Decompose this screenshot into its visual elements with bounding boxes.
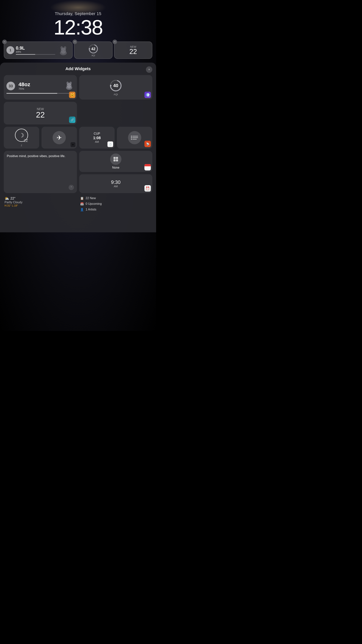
svg-point-12 xyxy=(68,84,70,86)
water-progress-large xyxy=(6,93,57,94)
aqi-ring-large: 40 xyxy=(109,79,122,92)
svg-point-15 xyxy=(110,85,112,86)
alarm-clock-badge: ⏰ xyxy=(144,185,151,192)
plane-widget[interactable]: ✈ ✈ xyxy=(42,127,77,148)
water-amount-large: 48oz xyxy=(18,82,30,87)
svg-point-4 xyxy=(62,49,64,52)
svg-point-7 xyxy=(89,48,90,50)
plane-app-badge: ✈ xyxy=(70,142,76,147)
aqi-widget-large[interactable]: 40 AQI 💨 xyxy=(79,75,152,100)
remove-water-widget-button[interactable]: − xyxy=(2,40,7,44)
add-widgets-panel: Add Widgets × 33 48oz 75% xyxy=(0,62,156,232)
new-number-large: 22 xyxy=(36,111,45,119)
bottom-info-section: ⛅ 22° Partly Cloudy H:31° L:18° 📋 22 New… xyxy=(4,196,152,213)
water-widget-large[interactable]: 33 48oz 75% 🐱 xyxy=(4,75,77,100)
notifications-widget[interactable]: 📋 22 New 📅 0 Upcoming 👤 1 Artists xyxy=(80,196,152,213)
notification-calendar-icon: 📅 xyxy=(80,202,84,206)
aqi-label: AQI xyxy=(92,54,95,56)
svg-rect-22 xyxy=(114,157,116,159)
notification-person-icon: 👤 xyxy=(80,208,84,212)
water-count-badge: 1 xyxy=(6,46,14,54)
quote-widget[interactable]: Positive mind, positive vibes, positive … xyxy=(4,151,77,193)
notification-item-new: 📋 22 New xyxy=(80,196,152,200)
sleep-widget[interactable]: ☽ ZZ z xyxy=(4,127,39,148)
right-widget-column: None 9:30 AM ⏰ xyxy=(79,151,152,193)
close-panel-button[interactable]: × xyxy=(146,66,152,73)
moon-z-label: z xyxy=(21,144,22,147)
water-mascot-icon xyxy=(57,44,70,56)
widget-grid-row1: 33 48oz 75% 🐱 xyxy=(4,75,152,124)
widget-grid-row2: ☽ ZZ z ✈ ✈ CUP 1:08 AM 🕐 xyxy=(4,127,152,148)
svg-point-18 xyxy=(131,139,132,140)
aqi-ring: 42 xyxy=(88,44,98,54)
water-app-badge: 🐱 xyxy=(69,92,76,98)
notification-clipboard-icon: 📋 xyxy=(80,196,84,200)
cup-widget[interactable]: CUP 1:08 AM 🕐 xyxy=(79,127,115,148)
aqi-value: 42 xyxy=(91,47,96,51)
water-amount-text: 0.9L xyxy=(16,46,55,50)
water-percent-text: 49% xyxy=(16,50,55,53)
notification-upcoming-text: 0 Upcoming xyxy=(86,202,102,206)
time-display: 12:38 xyxy=(0,17,156,38)
svg-point-17 xyxy=(131,137,132,138)
notification-artists-text: 1 Artists xyxy=(86,208,96,211)
remove-aqi-widget-button[interactable]: − xyxy=(72,40,77,44)
water-percent-large: 75% xyxy=(18,87,30,90)
top-widget-row: − 1 0.9L 49% − xyxy=(4,42,152,59)
cup-am: AM xyxy=(95,140,99,143)
remove-new-widget-button[interactable]: − xyxy=(112,40,117,44)
notification-new-text: 22 New xyxy=(86,196,96,200)
none-cal-badge xyxy=(144,164,151,170)
new-badge-app-icon: 🔗 xyxy=(69,116,76,123)
alarm-widget[interactable]: 9:30 AM ⏰ xyxy=(79,174,152,193)
alarm-am: AM xyxy=(114,185,118,188)
none-icon xyxy=(110,154,122,165)
quote-icon: " xyxy=(69,185,74,190)
aqi-label-large: AQI xyxy=(114,93,118,96)
new-badge-widget-large[interactable]: NEW 22 🔗 xyxy=(4,102,77,124)
water-widget-small[interactable]: − 1 0.9L 49% xyxy=(4,42,72,59)
alarm-time: 9:30 xyxy=(111,180,121,185)
weather-range: H:31° L:18° xyxy=(4,204,76,207)
svg-point-16 xyxy=(131,136,132,137)
new-number: 22 xyxy=(129,48,137,56)
svg-rect-23 xyxy=(116,157,118,159)
quote-text: Positive mind, positive vibes, positive … xyxy=(7,154,66,158)
cup-time: 1:08 xyxy=(93,136,101,140)
notification-item-artists: 👤 1 Artists xyxy=(80,208,152,212)
weather-widget[interactable]: ⛅ 22° Partly Cloudy H:31° L:18° xyxy=(4,196,76,213)
new-badge-widget-small[interactable]: − NEW 22 xyxy=(114,42,152,59)
weather-temp: 22° xyxy=(10,196,16,200)
panel-header: Add Widgets × xyxy=(4,66,152,71)
none-widget[interactable]: None xyxy=(79,151,152,172)
cup-clock-badge: 🕐 xyxy=(108,142,113,147)
plane-icon: ✈ xyxy=(52,131,66,144)
svg-rect-24 xyxy=(114,159,116,162)
list-radio-badge: 📡 xyxy=(144,141,151,147)
weather-description: Partly Cloudy xyxy=(4,201,76,204)
cup-label: CUP xyxy=(94,132,100,136)
moon-icon: ☽ ZZ xyxy=(15,128,28,142)
water-progress-bar xyxy=(16,54,35,55)
water-count-large: 33 xyxy=(6,82,15,90)
aqi-widget-small[interactable]: − 42 AQI xyxy=(74,42,112,59)
list-icon xyxy=(128,131,141,144)
wind-app-badge: 💨 xyxy=(144,92,151,98)
list-widget[interactable]: 📡 xyxy=(117,127,152,148)
aqi-value-large: 40 xyxy=(113,83,118,88)
notification-item-upcoming: 📅 0 Upcoming xyxy=(80,202,152,206)
panel-title: Add Widgets xyxy=(66,66,91,71)
weather-icon: ⛅ xyxy=(4,196,9,201)
widget-grid-row3: Positive mind, positive vibes, positive … xyxy=(4,151,152,193)
svg-rect-25 xyxy=(116,159,118,162)
none-label: None xyxy=(112,166,119,169)
